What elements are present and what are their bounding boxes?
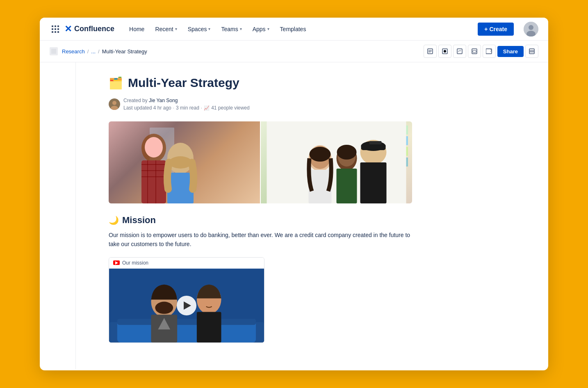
hero-right-panel — [261, 121, 412, 203]
content-wrapper: 🗂️ Multi-Year Strategy Created by Jie Ya… — [40, 62, 548, 369]
video-title: Our mission — [122, 260, 148, 266]
toolbar-icons: Share — [424, 45, 538, 58]
chevron-down-icon: ▾ — [208, 27, 210, 31]
browser-window: ✕ Confluence Home Recent ▾ Spaces ▾ Team… — [40, 18, 548, 370]
toolbar-icon-2[interactable] — [438, 45, 451, 58]
chevron-down-icon: ▾ — [267, 27, 269, 31]
svg-rect-5 — [57, 28, 59, 30]
breadcrumb-bar: Research / ... / Multi-Year Strategy — [40, 41, 548, 62]
youtube-play-icon — [115, 261, 118, 265]
svg-rect-7 — [55, 31, 56, 33]
page-meta: Created by Jie Yan Song Last updated 4 h… — [109, 97, 412, 112]
views-icon: 📈 — [204, 105, 210, 112]
avatar[interactable] — [524, 22, 538, 37]
hero-image — [109, 121, 412, 203]
sidebar-left — [40, 62, 76, 369]
breadcrumb-research[interactable]: Research — [62, 48, 85, 55]
grid-icon[interactable] — [50, 23, 61, 35]
nav-recent[interactable]: Recent ▾ — [150, 23, 182, 35]
breadcrumb: Research / ... / Multi-Year Strategy — [62, 48, 147, 55]
chevron-down-icon: ▾ — [240, 27, 242, 31]
page-title: Multi-Year Strategy — [128, 75, 239, 90]
svg-rect-2 — [57, 25, 59, 27]
svg-rect-62 — [197, 312, 221, 342]
svg-point-18 — [444, 50, 446, 52]
mission-emoji: 🌙 — [109, 215, 119, 225]
svg-rect-3 — [52, 28, 53, 30]
mission-title: Mission — [122, 215, 156, 226]
breadcrumb-left: Research / ... / Multi-Year Strategy — [50, 47, 147, 55]
navbar: ✕ Confluence Home Recent ▾ Spaces ▾ Team… — [40, 18, 548, 41]
nav-apps[interactable]: Apps ▾ — [248, 23, 274, 35]
play-icon — [184, 301, 191, 310]
page-title-row: 🗂️ Multi-Year Strategy — [109, 75, 412, 90]
breadcrumb-ellipsis[interactable]: ... — [91, 48, 96, 55]
svg-point-10 — [529, 25, 533, 30]
share-button[interactable]: Share — [497, 46, 524, 57]
toolbar-icon-5[interactable] — [483, 45, 496, 58]
breadcrumb-sep2: / — [98, 48, 100, 55]
svg-rect-19 — [457, 49, 462, 54]
confluence-logo[interactable]: ✕ Confluence — [64, 25, 114, 34]
logo-text: Confluence — [74, 25, 114, 33]
svg-point-43 — [310, 147, 331, 162]
page-emoji: 🗂️ — [109, 76, 123, 90]
breadcrumb-sep: / — [87, 48, 89, 55]
svg-point-52 — [337, 145, 357, 160]
page-main: 🗂️ Multi-Year Strategy Created by Jie Ya… — [76, 62, 445, 369]
svg-rect-48 — [369, 141, 382, 144]
video-header: Our mission — [109, 258, 264, 269]
page-icon — [50, 47, 58, 55]
toolbar-icon-1[interactable] — [424, 45, 437, 58]
svg-rect-50 — [337, 169, 357, 203]
nav-menu: Home Recent ▾ Spaces ▾ Teams ▾ Apps ▾ Te… — [124, 23, 471, 35]
toolbar-icon-4[interactable] — [468, 45, 481, 58]
nav-templates[interactable]: Templates — [275, 23, 311, 35]
svg-point-59 — [155, 301, 173, 314]
svg-rect-29 — [141, 160, 166, 203]
svg-rect-1 — [55, 25, 56, 27]
create-button[interactable]: + Create — [478, 23, 514, 36]
hero-left-panel — [109, 121, 260, 203]
svg-rect-21 — [473, 50, 476, 52]
svg-rect-0 — [52, 25, 53, 27]
youtube-icon — [113, 260, 120, 265]
svg-point-30 — [145, 137, 163, 157]
meta-text: Created by Jie Yan Song Last updated 4 h… — [123, 97, 250, 112]
video-embed: Our mission — [109, 257, 264, 343]
nav-home[interactable]: Home — [124, 23, 149, 35]
breadcrumb-current: Multi-Year Strategy — [102, 48, 147, 55]
toolbar-icon-more[interactable] — [525, 45, 538, 58]
video-thumbnail[interactable] — [109, 269, 264, 342]
svg-point-25 — [112, 101, 116, 105]
mission-body: Our mission is to empower users to do ba… — [109, 231, 412, 249]
svg-rect-12 — [51, 49, 56, 54]
nav-teams[interactable]: Teams ▾ — [216, 23, 246, 35]
mission-heading: 🌙 Mission — [109, 215, 412, 226]
svg-rect-56 — [117, 319, 256, 325]
svg-rect-45 — [360, 162, 387, 203]
svg-rect-47 — [361, 144, 386, 150]
toolbar-icon-3[interactable] — [453, 45, 466, 58]
author-avatar — [109, 98, 120, 110]
nav-spaces[interactable]: Spaces ▾ — [183, 23, 216, 35]
play-button[interactable] — [177, 296, 196, 315]
svg-rect-8 — [57, 31, 59, 33]
chevron-down-icon: ▾ — [175, 27, 177, 31]
logo-x: ✕ — [64, 25, 72, 34]
svg-rect-4 — [55, 28, 56, 30]
svg-rect-6 — [52, 31, 53, 33]
